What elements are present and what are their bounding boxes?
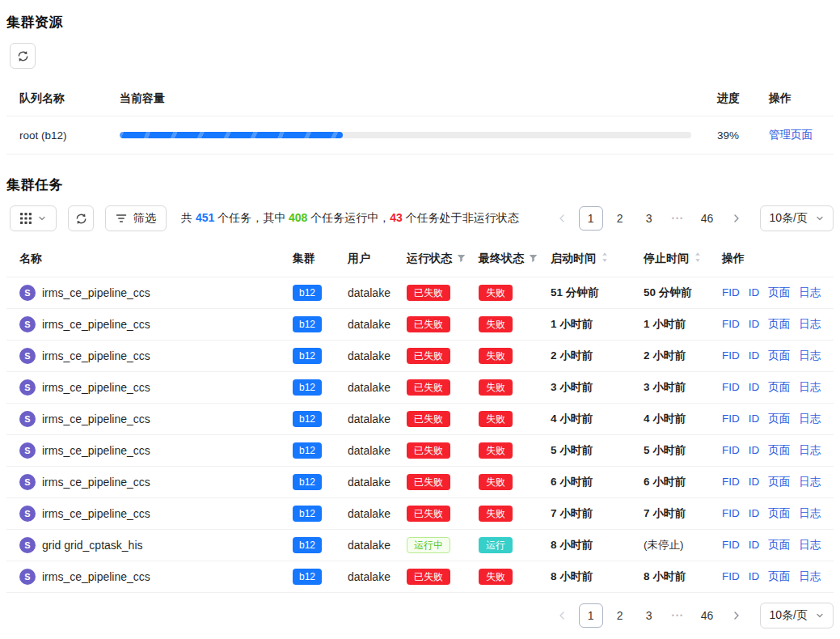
action-fid[interactable]: FID bbox=[722, 570, 740, 582]
pagination-prev[interactable] bbox=[550, 206, 574, 231]
action-fid[interactable]: FID bbox=[722, 539, 740, 551]
table-row: Sirms_ce_pipeline_ccsb12datalake已失败失败8 小… bbox=[6, 561, 834, 593]
action-page[interactable]: 页面 bbox=[768, 381, 790, 393]
action-id[interactable]: ID bbox=[749, 539, 760, 551]
pagination-page-2[interactable]: 2 bbox=[608, 603, 632, 628]
stop-time: 8 小时前 bbox=[637, 561, 715, 593]
resources-header-row: 队列名称 当前容量 进度 操作 bbox=[6, 82, 834, 116]
chevron-down-icon bbox=[816, 611, 824, 620]
action-fid[interactable]: FID bbox=[722, 444, 740, 456]
action-fid[interactable]: FID bbox=[722, 476, 740, 488]
action-log[interactable]: 日志 bbox=[799, 413, 821, 425]
action-page[interactable]: 页面 bbox=[768, 413, 790, 425]
pagination-page-3[interactable]: 3 bbox=[637, 603, 661, 628]
action-fid[interactable]: FID bbox=[722, 413, 740, 425]
chevron-left-icon bbox=[558, 214, 566, 223]
task-user: datalake bbox=[348, 318, 390, 331]
sorter-icon[interactable] bbox=[601, 252, 609, 263]
final-status-badge: 失败 bbox=[479, 316, 513, 332]
cluster-tasks-section: 集群任务 bbox=[6, 176, 834, 628]
action-id[interactable]: ID bbox=[749, 286, 760, 298]
column-header-5[interactable]: 最终状态 bbox=[472, 241, 544, 277]
manage-page-link[interactable]: 管理页面 bbox=[769, 129, 813, 141]
run-status-badge: 已失败 bbox=[407, 285, 450, 301]
action-fid[interactable]: FID bbox=[722, 286, 740, 298]
column-settings-button[interactable] bbox=[10, 205, 57, 231]
sorter-icon[interactable] bbox=[694, 252, 702, 263]
column-header-4[interactable]: 运行状态 bbox=[400, 241, 472, 277]
col-resource-actions: 操作 bbox=[756, 82, 834, 116]
refresh-tasks-button[interactable] bbox=[68, 205, 94, 231]
task-name: irms_ce_pipeline_ccs bbox=[42, 444, 150, 457]
action-id[interactable]: ID bbox=[749, 349, 760, 362]
filter-button[interactable]: 筛选 bbox=[105, 205, 167, 231]
cluster-badge: b12 bbox=[293, 442, 322, 459]
action-id[interactable]: ID bbox=[749, 476, 760, 488]
action-id[interactable]: ID bbox=[749, 570, 760, 582]
action-log[interactable]: 日志 bbox=[799, 349, 821, 362]
action-id[interactable]: ID bbox=[749, 413, 760, 425]
action-page[interactable]: 页面 bbox=[768, 444, 790, 456]
col-queue-name: 队列名称 bbox=[6, 82, 107, 116]
cluster-badge: b12 bbox=[293, 474, 322, 490]
action-id[interactable]: ID bbox=[749, 381, 760, 393]
resources-toolbar bbox=[10, 43, 834, 69]
pagination-page-2[interactable]: 2 bbox=[608, 206, 632, 231]
pagination-prev[interactable] bbox=[550, 603, 574, 628]
column-header-6[interactable]: 启动时间 bbox=[544, 241, 637, 277]
pagination-page-1[interactable]: 1 bbox=[579, 603, 603, 628]
column-header-1: 名称 bbox=[6, 241, 286, 277]
action-id[interactable]: ID bbox=[749, 318, 760, 330]
task-avatar: S bbox=[19, 569, 36, 585]
action-id[interactable]: ID bbox=[749, 507, 760, 519]
pagination-page-46[interactable]: 46 bbox=[695, 206, 720, 231]
filter-lines-icon bbox=[116, 214, 127, 223]
pagination-next[interactable] bbox=[724, 206, 749, 231]
action-log[interactable]: 日志 bbox=[799, 507, 821, 519]
action-id[interactable]: ID bbox=[749, 444, 760, 456]
action-page[interactable]: 页面 bbox=[768, 539, 790, 551]
page-size-label: 10条/页 bbox=[770, 608, 808, 623]
funnel-icon[interactable] bbox=[529, 254, 538, 263]
pagination-ellipsis[interactable]: ••• bbox=[666, 603, 690, 628]
final-status-badge: 失败 bbox=[479, 506, 513, 522]
column-header-7[interactable]: 停止时间 bbox=[637, 241, 715, 277]
column-label: 最终状态 bbox=[479, 252, 524, 264]
action-page[interactable]: 页面 bbox=[768, 286, 790, 298]
action-log[interactable]: 日志 bbox=[799, 539, 821, 551]
action-page[interactable]: 页面 bbox=[768, 318, 790, 330]
pagination-page-3[interactable]: 3 bbox=[637, 206, 661, 231]
action-fid[interactable]: FID bbox=[722, 381, 740, 393]
action-fid[interactable]: FID bbox=[722, 507, 740, 519]
action-log[interactable]: 日志 bbox=[799, 381, 821, 393]
page-size-select[interactable]: 10条/页 bbox=[760, 603, 834, 628]
action-log[interactable]: 日志 bbox=[799, 286, 821, 298]
action-log[interactable]: 日志 bbox=[799, 444, 821, 456]
page-size-select[interactable]: 10条/页 bbox=[760, 205, 834, 231]
task-avatar: S bbox=[19, 379, 36, 396]
funnel-icon[interactable] bbox=[457, 254, 466, 263]
action-log[interactable]: 日志 bbox=[799, 476, 821, 488]
action-log[interactable]: 日志 bbox=[799, 570, 821, 582]
final-status-badge: 运行 bbox=[479, 537, 513, 553]
action-page[interactable]: 页面 bbox=[768, 476, 790, 488]
column-label: 集群 bbox=[293, 252, 315, 264]
pagination-top: 123•••4610条/页 bbox=[550, 205, 834, 231]
task-name: irms_ce_pipeline_ccs bbox=[42, 476, 150, 489]
pagination-next[interactable] bbox=[724, 603, 749, 628]
action-page[interactable]: 页面 bbox=[768, 349, 790, 362]
task-user: datalake bbox=[348, 507, 390, 520]
pagination-ellipsis[interactable]: ••• bbox=[666, 206, 690, 231]
refresh-resources-button[interactable] bbox=[10, 43, 36, 69]
pagination-page-46[interactable]: 46 bbox=[695, 603, 720, 628]
task-user: datalake bbox=[348, 444, 390, 457]
action-fid[interactable]: FID bbox=[722, 318, 740, 330]
action-log[interactable]: 日志 bbox=[799, 318, 821, 330]
table-row: Sgrid grid_cptask_hisb12datalake运行中运行8 小… bbox=[6, 530, 834, 561]
start-time: 8 小时前 bbox=[544, 561, 637, 593]
action-fid[interactable]: FID bbox=[722, 349, 740, 362]
pagination-page-1[interactable]: 1 bbox=[579, 206, 603, 231]
page-size-label: 10条/页 bbox=[770, 211, 808, 226]
action-page[interactable]: 页面 bbox=[768, 570, 790, 582]
action-page[interactable]: 页面 bbox=[768, 507, 790, 519]
